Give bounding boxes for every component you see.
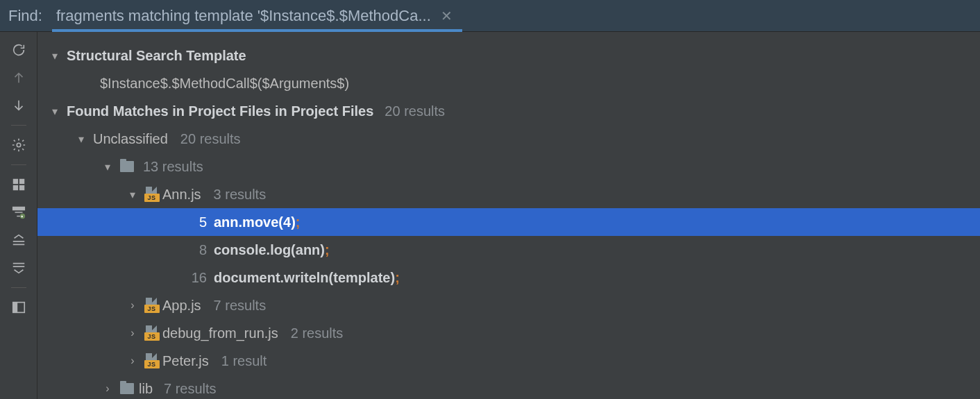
- match-code: ann.move(4): [214, 214, 296, 230]
- chevron-down-icon[interactable]: ▾: [50, 49, 60, 62]
- matches-count: 20 results: [385, 103, 445, 119]
- next-occurrence-icon[interactable]: [8, 94, 30, 117]
- match-code: document.writeln(template): [214, 270, 395, 286]
- file-name: Peter.js: [162, 353, 209, 369]
- template-body-row[interactable]: $Instance$.$MethodCall$($Arguments$): [37, 69, 980, 97]
- file-name: App.js: [162, 298, 201, 314]
- matches-header: Found Matches in Project Files in Projec…: [67, 103, 373, 119]
- svg-rect-3: [12, 185, 17, 190]
- svg-rect-1: [12, 179, 17, 184]
- svg-rect-7: [12, 303, 17, 313]
- folder-icon: [118, 161, 136, 172]
- unclassified-row[interactable]: ▾ Unclassified 20 results: [37, 125, 980, 153]
- js-file-icon: JS: [142, 325, 160, 341]
- svg-rect-2: [19, 179, 24, 184]
- folder-icon: [118, 383, 136, 394]
- chevron-right-icon[interactable]: ›: [128, 299, 137, 312]
- file-row[interactable]: ›JSdebug_from_run.js2 results: [37, 319, 980, 347]
- chevron-down-icon[interactable]: ▾: [103, 160, 112, 173]
- file-row[interactable]: ›JSApp.js7 results: [37, 291, 980, 319]
- unclassified-count: 20 results: [180, 131, 241, 147]
- tab-bar: Find: fragments matching template '$Inst…: [0, 0, 980, 32]
- collapse-all-icon[interactable]: [8, 257, 30, 279]
- js-file-icon: JS: [142, 187, 160, 202]
- file-count: 3 results: [214, 187, 267, 203]
- search-tab-title: fragments matching template '$Instance$.…: [56, 7, 431, 25]
- chevron-down-icon[interactable]: ▾: [128, 188, 137, 201]
- filter-icon[interactable]: [8, 201, 30, 223]
- matches-header-row[interactable]: ▾ Found Matches in Project Files in Proj…: [37, 97, 980, 125]
- chevron-down-icon[interactable]: ▾: [76, 133, 86, 146]
- chevron-right-icon[interactable]: ›: [103, 382, 112, 395]
- folder-row[interactable]: ▾ 13 results: [37, 153, 980, 180]
- folder-row-lib[interactable]: › lib 7 results: [37, 375, 980, 399]
- js-file-icon: JS: [142, 298, 160, 313]
- js-file-icon: JS: [142, 353, 160, 368]
- search-tab[interactable]: fragments matching template '$Instance$.…: [56, 0, 458, 31]
- side-toolbar: [0, 32, 37, 399]
- rerun-icon[interactable]: [8, 39, 30, 61]
- folder-count: 13 results: [143, 159, 203, 175]
- file-name: Ann.js: [162, 187, 201, 203]
- line-number: 16: [186, 270, 207, 286]
- file-row[interactable]: ›JSPeter.js1 result: [37, 347, 980, 375]
- chevron-right-icon[interactable]: ›: [128, 355, 137, 367]
- match-punct: ;: [325, 242, 330, 258]
- group-by-icon[interactable]: [8, 173, 30, 196]
- match-punct: ;: [296, 214, 301, 230]
- match-row[interactable]: 8console.log(ann);: [37, 236, 980, 264]
- template-body: $Instance$.$MethodCall$($Arguments$): [100, 76, 349, 92]
- svg-point-0: [17, 143, 21, 147]
- template-header: Structural Search Template: [67, 48, 246, 64]
- line-number: 8: [186, 242, 207, 258]
- template-header-row[interactable]: ▾ Structural Search Template: [37, 42, 980, 69]
- results-tree[interactable]: ▾ Structural Search Template $Instance$.…: [37, 32, 980, 399]
- folder-name: lib: [139, 381, 153, 397]
- match-punct: ;: [395, 270, 400, 286]
- folder-count: 7 results: [164, 381, 217, 397]
- file-row[interactable]: ▾JSAnn.js3 results: [37, 180, 980, 208]
- svg-rect-4: [19, 185, 24, 190]
- line-number: 5: [186, 214, 207, 230]
- chevron-down-icon[interactable]: ▾: [50, 105, 60, 118]
- expand-all-icon[interactable]: [8, 229, 30, 251]
- separator: [11, 287, 26, 288]
- file-name: debug_from_run.js: [162, 325, 278, 341]
- match-row[interactable]: 5ann.move(4);: [37, 208, 980, 236]
- match-code: console.log(ann): [214, 242, 325, 258]
- preview-panel-icon[interactable]: [8, 296, 30, 319]
- find-label: Find:: [8, 7, 42, 25]
- match-row[interactable]: 16document.writeln(template);: [37, 264, 980, 291]
- file-count: 7 results: [214, 298, 267, 314]
- file-count: 1 result: [221, 353, 267, 369]
- unclassified-label: Unclassified: [93, 131, 168, 147]
- file-count: 2 results: [291, 325, 344, 341]
- separator: [11, 125, 26, 126]
- settings-icon[interactable]: [8, 134, 30, 156]
- separator: [11, 164, 26, 165]
- chevron-right-icon[interactable]: ›: [128, 327, 137, 339]
- prev-occurrence-icon[interactable]: [8, 67, 30, 89]
- close-tab-icon[interactable]: ✕: [441, 8, 453, 24]
